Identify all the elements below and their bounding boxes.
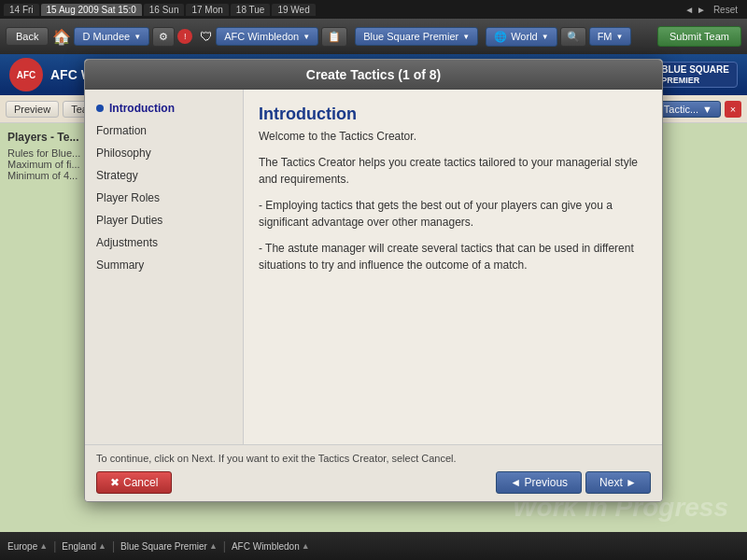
modal-body: Introduction Formation Philosophy Strate…	[85, 90, 662, 444]
modal: Create Tactics (1 of 8) Introduction For…	[84, 59, 663, 502]
footer-buttons: ✖ Cancel ◄ Previous Next ►	[96, 471, 651, 494]
modal-content: Introduction Welcome to the Tactics Crea…	[244, 90, 662, 444]
sidebar-item-summary[interactable]: Summary	[85, 254, 243, 276]
sidebar-item-playerduties[interactable]: Player Duties	[85, 209, 243, 231]
sidebar-item-formation[interactable]: Formation	[85, 119, 243, 142]
sidebar-item-strategy[interactable]: Strategy	[85, 164, 243, 187]
para1: The Tactics Creator helps you create tac…	[259, 154, 647, 188]
sidebar-item-introduction[interactable]: Introduction	[85, 97, 243, 119]
sidebar-item-playerroles[interactable]: Player Roles	[85, 187, 243, 209]
next-button[interactable]: Next ►	[585, 471, 651, 494]
sidebar-item-philosophy[interactable]: Philosophy	[85, 142, 243, 164]
cancel-button[interactable]: ✖ Cancel	[96, 471, 172, 494]
para2: - Employing tactics that gets the best o…	[259, 197, 647, 231]
modal-sidebar: Introduction Formation Philosophy Strate…	[85, 90, 244, 444]
cancel-icon: ✖	[110, 476, 120, 489]
modal-overlay: Create Tactics (1 of 8) Introduction For…	[0, 0, 747, 560]
section-title: Introduction	[259, 105, 647, 124]
modal-title: Create Tactics (1 of 8)	[85, 60, 662, 90]
modal-footer: To continue, click on Next. If you want …	[85, 444, 662, 501]
sidebar-item-adjustments[interactable]: Adjustments	[85, 231, 243, 254]
nav-buttons: ◄ Previous Next ►	[496, 471, 651, 494]
previous-button[interactable]: ◄ Previous	[496, 471, 582, 494]
bullet-icon	[96, 105, 104, 112]
footer-text: To continue, click on Next. If you want …	[96, 453, 651, 464]
welcome-text: Welcome to the Tactics Creator.	[259, 130, 647, 143]
para3: - The astute manager will create several…	[259, 240, 647, 273]
